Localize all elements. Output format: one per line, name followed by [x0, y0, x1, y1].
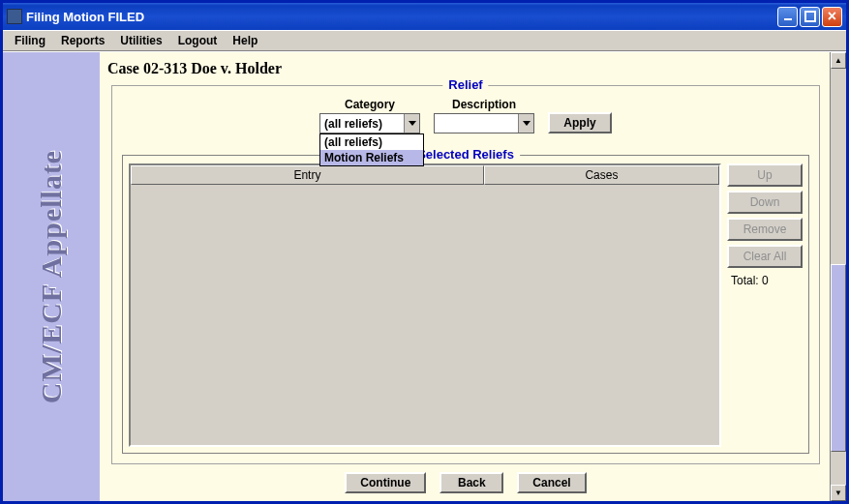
titlebar: Filing Motion FILED: [3, 3, 846, 30]
footer-buttons: Continue Back Cancel: [106, 464, 826, 495]
category-option-all-reliefs[interactable]: (all reliefs): [320, 134, 423, 150]
description-label: Description: [452, 98, 516, 111]
back-button[interactable]: Back: [440, 472, 503, 493]
scroll-down-button[interactable]: ▼: [831, 485, 846, 501]
category-dropdown-value: (all reliefs): [320, 117, 404, 131]
relief-legend: Relief: [442, 77, 488, 92]
total-label: Total: 0: [727, 272, 803, 287]
menu-filing[interactable]: Filing: [7, 32, 53, 49]
app-icon: [7, 9, 22, 24]
description-dropdown[interactable]: [434, 113, 534, 133]
menu-reports[interactable]: Reports: [53, 32, 112, 49]
column-cases[interactable]: Cases: [484, 165, 719, 185]
content: CM/ECF Appellate Case 02-313 Doe v. Hold…: [3, 51, 846, 501]
minimize-button[interactable]: [777, 7, 798, 27]
column-entry[interactable]: Entry: [131, 165, 484, 185]
table-header: Entry Cases: [131, 165, 719, 185]
apply-button[interactable]: Apply: [548, 112, 612, 133]
menu-utilities[interactable]: Utilities: [112, 32, 169, 49]
category-label: Category: [345, 98, 395, 111]
scroll-thumb[interactable]: [831, 264, 846, 452]
window-title: Filing Motion FILED: [26, 10, 777, 24]
cancel-button[interactable]: Cancel: [517, 472, 586, 493]
category-dropdown-list: (all reliefs) Motion Reliefs: [319, 133, 424, 166]
sidebar: CM/ECF Appellate: [3, 52, 100, 501]
remove-button[interactable]: Remove: [727, 218, 803, 241]
sidebar-brand: CM/ECF Appellate: [35, 150, 68, 403]
app-window: Filing Motion FILED Filing Reports Utili…: [0, 0, 849, 504]
vertical-scrollbar[interactable]: ▲ ▼: [830, 52, 846, 501]
continue-button[interactable]: Continue: [345, 472, 426, 493]
maximize-button[interactable]: [800, 7, 820, 27]
chevron-down-icon[interactable]: [404, 114, 419, 133]
main-panel: Case 02-313 Doe v. Holder Relief Categor…: [100, 52, 830, 501]
category-dropdown[interactable]: (all reliefs) (all reliefs) Motion Relie…: [319, 113, 420, 133]
reliefs-side-buttons: Up Down Remove Clear All Total: 0: [727, 163, 803, 447]
clear-all-button[interactable]: Clear All: [727, 245, 803, 268]
relief-controls: Category (all reliefs) (all reliefs) Mot…: [122, 94, 809, 133]
selected-reliefs-fieldset: Selected Reliefs Entry Cases Up Down: [122, 155, 809, 454]
chevron-down-icon[interactable]: [518, 114, 533, 133]
selected-reliefs-legend: Selected Reliefs: [411, 147, 520, 162]
relief-fieldset: Relief Category (all reliefs) (all relie…: [111, 85, 820, 464]
menu-help[interactable]: Help: [225, 32, 265, 49]
scroll-track[interactable]: [831, 69, 846, 485]
menubar: Filing Reports Utilities Logout Help: [3, 30, 846, 51]
menu-logout[interactable]: Logout: [170, 32, 226, 49]
reliefs-table: Entry Cases: [129, 163, 721, 447]
category-option-motion-reliefs[interactable]: Motion Reliefs: [320, 150, 423, 165]
scroll-up-button[interactable]: ▲: [831, 52, 846, 69]
down-button[interactable]: Down: [727, 191, 803, 214]
up-button[interactable]: Up: [727, 163, 803, 187]
close-button[interactable]: [822, 7, 842, 27]
table-body: [131, 185, 719, 445]
